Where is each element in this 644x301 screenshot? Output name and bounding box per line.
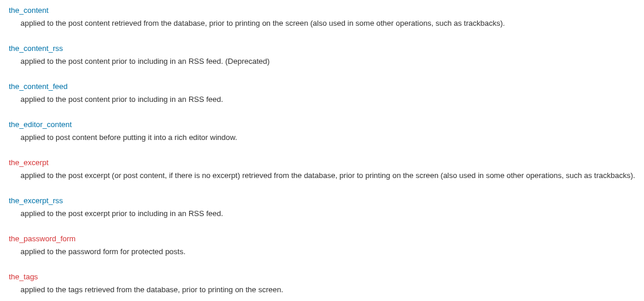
term-link-the-tags[interactable]: the_tags [9,272,38,281]
definition-list: the_content applied to the post content … [9,5,635,295]
term-link-the-password-form[interactable]: the_password_form [9,234,76,243]
term-description: applied to the post content prior to inc… [20,94,635,105]
term-entry: the_content_rss [9,43,635,54]
term-entry: the_content_feed [9,81,635,93]
term-entry: the_excerpt_rss [9,195,635,207]
term-link-the-excerpt[interactable]: the_excerpt [9,158,49,167]
term-description: applied to the post content prior to inc… [20,56,635,67]
term-link-the-content-feed[interactable]: the_content_feed [9,82,67,91]
term-link-the-content-rss[interactable]: the_content_rss [9,44,63,53]
term-description: applied to the tags retrieved from the d… [20,284,635,296]
term-entry: the_password_form [9,233,635,245]
term-entry: the_editor_content [9,119,635,131]
term-entry: the_excerpt [9,157,635,169]
term-description: applied to the post excerpt prior to inc… [20,208,635,220]
term-description: applied to post content before putting i… [20,132,635,143]
term-description: applied to the password form for protect… [20,246,635,258]
term-link-the-excerpt-rss[interactable]: the_excerpt_rss [9,196,63,205]
term-entry: the_content [9,5,635,16]
term-entry: the_tags [9,271,635,283]
term-description: applied to the post excerpt (or post con… [20,170,635,182]
term-link-the-content[interactable]: the_content [9,6,49,15]
term-description: applied to the post content retrieved fr… [20,18,635,29]
term-link-the-editor-content[interactable]: the_editor_content [9,120,72,129]
